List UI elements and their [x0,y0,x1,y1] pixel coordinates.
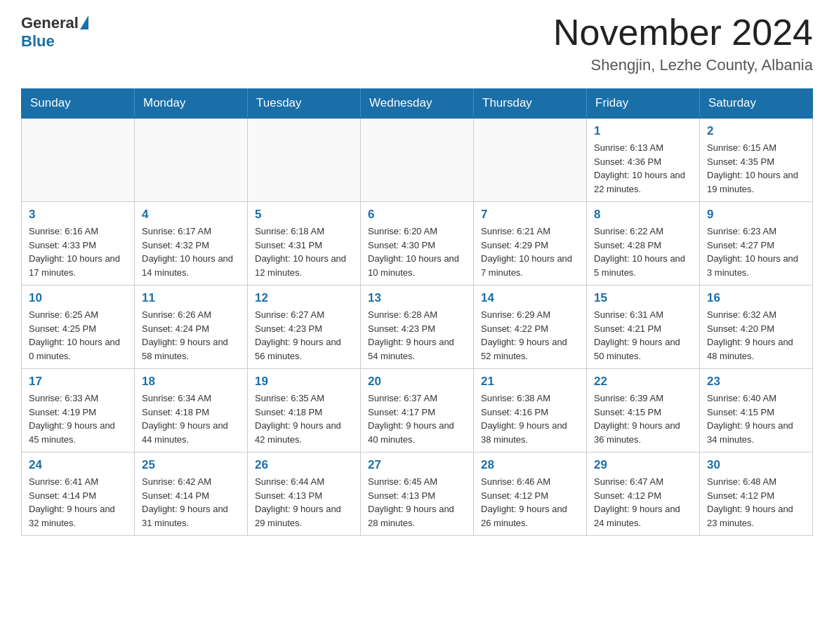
day-info: Sunrise: 6:16 AMSunset: 4:33 PMDaylight:… [29,224,127,279]
day-info: Sunrise: 6:44 AMSunset: 4:13 PMDaylight:… [255,475,353,530]
calendar-week-row: 1Sunrise: 6:13 AMSunset: 4:36 PMDaylight… [22,118,813,202]
calendar-cell: 1Sunrise: 6:13 AMSunset: 4:36 PMDaylight… [587,118,700,202]
calendar-cell [135,118,248,202]
day-of-week-header: Wednesday [361,89,474,119]
day-info: Sunrise: 6:21 AMSunset: 4:29 PMDaylight:… [481,224,579,279]
month-title: November 2024 [553,14,813,51]
calendar-cell: 4Sunrise: 6:17 AMSunset: 4:32 PMDaylight… [135,202,248,286]
day-info: Sunrise: 6:27 AMSunset: 4:23 PMDaylight:… [255,308,353,363]
day-of-week-header: Sunday [22,89,135,119]
day-info: Sunrise: 6:18 AMSunset: 4:31 PMDaylight:… [255,224,353,279]
day-number: 7 [481,208,579,222]
calendar-cell: 18Sunrise: 6:34 AMSunset: 4:18 PMDayligh… [135,369,248,452]
calendar-cell: 21Sunrise: 6:38 AMSunset: 4:16 PMDayligh… [474,369,587,452]
day-info: Sunrise: 6:17 AMSunset: 4:32 PMDaylight:… [142,224,240,279]
day-number: 25 [142,458,240,472]
day-number: 2 [707,124,805,138]
day-info: Sunrise: 6:32 AMSunset: 4:20 PMDaylight:… [707,308,805,363]
day-info: Sunrise: 6:28 AMSunset: 4:23 PMDaylight:… [368,308,466,363]
calendar-cell [474,118,587,202]
day-number: 8 [594,208,692,222]
day-info: Sunrise: 6:46 AMSunset: 4:12 PMDaylight:… [481,475,579,530]
calendar-cell: 29Sunrise: 6:47 AMSunset: 4:12 PMDayligh… [587,452,700,536]
day-number: 4 [142,208,240,222]
calendar-cell: 10Sunrise: 6:25 AMSunset: 4:25 PMDayligh… [22,286,135,369]
calendar-cell: 2Sunrise: 6:15 AMSunset: 4:35 PMDaylight… [700,118,813,202]
day-number: 1 [594,124,692,138]
calendar-cell: 3Sunrise: 6:16 AMSunset: 4:33 PMDaylight… [22,202,135,286]
logo-blue-label: Blue [21,32,55,51]
calendar-cell: 8Sunrise: 6:22 AMSunset: 4:28 PMDaylight… [587,202,700,286]
calendar-table: SundayMondayTuesdayWednesdayThursdayFrid… [21,88,813,536]
calendar-cell: 16Sunrise: 6:32 AMSunset: 4:20 PMDayligh… [700,286,813,369]
day-info: Sunrise: 6:29 AMSunset: 4:22 PMDaylight:… [481,308,579,363]
calendar-cell: 6Sunrise: 6:20 AMSunset: 4:30 PMDaylight… [361,202,474,286]
calendar-cell: 14Sunrise: 6:29 AMSunset: 4:22 PMDayligh… [474,286,587,369]
day-number: 19 [255,375,353,389]
calendar-cell: 25Sunrise: 6:42 AMSunset: 4:14 PMDayligh… [135,452,248,536]
calendar-week-row: 3Sunrise: 6:16 AMSunset: 4:33 PMDaylight… [22,202,813,286]
calendar-cell [248,118,361,202]
day-number: 29 [594,458,692,472]
calendar-cell: 22Sunrise: 6:39 AMSunset: 4:15 PMDayligh… [587,369,700,452]
calendar-cell: 5Sunrise: 6:18 AMSunset: 4:31 PMDaylight… [248,202,361,286]
calendar-cell: 23Sunrise: 6:40 AMSunset: 4:15 PMDayligh… [700,369,813,452]
day-info: Sunrise: 6:20 AMSunset: 4:30 PMDaylight:… [368,224,466,279]
logo-general-label: General [21,14,79,32]
day-number: 13 [368,291,466,305]
day-info: Sunrise: 6:23 AMSunset: 4:27 PMDaylight:… [707,224,805,279]
day-info: Sunrise: 6:48 AMSunset: 4:12 PMDaylight:… [707,475,805,530]
calendar-cell: 13Sunrise: 6:28 AMSunset: 4:23 PMDayligh… [361,286,474,369]
day-of-week-header: Friday [587,89,700,119]
day-info: Sunrise: 6:26 AMSunset: 4:24 PMDaylight:… [142,308,240,363]
day-number: 12 [255,291,353,305]
calendar-cell: 12Sunrise: 6:27 AMSunset: 4:23 PMDayligh… [248,286,361,369]
calendar-week-row: 17Sunrise: 6:33 AMSunset: 4:19 PMDayligh… [22,369,813,452]
day-info: Sunrise: 6:22 AMSunset: 4:28 PMDaylight:… [594,224,692,279]
calendar-week-row: 10Sunrise: 6:25 AMSunset: 4:25 PMDayligh… [22,286,813,369]
header: General Blue November 2024 Shengjin, Lez… [21,14,813,74]
day-info: Sunrise: 6:15 AMSunset: 4:35 PMDaylight:… [707,141,805,196]
day-number: 3 [29,208,127,222]
calendar-cell: 26Sunrise: 6:44 AMSunset: 4:13 PMDayligh… [248,452,361,536]
day-of-week-header: Thursday [474,89,587,119]
day-info: Sunrise: 6:33 AMSunset: 4:19 PMDaylight:… [29,391,127,446]
day-number: 10 [29,291,127,305]
calendar-cell: 17Sunrise: 6:33 AMSunset: 4:19 PMDayligh… [22,369,135,452]
day-number: 20 [368,375,466,389]
calendar-week-row: 24Sunrise: 6:41 AMSunset: 4:14 PMDayligh… [22,452,813,536]
calendar-cell [22,118,135,202]
day-number: 23 [707,375,805,389]
day-number: 21 [481,375,579,389]
day-number: 26 [255,458,353,472]
calendar-cell: 24Sunrise: 6:41 AMSunset: 4:14 PMDayligh… [22,452,135,536]
calendar-cell: 7Sunrise: 6:21 AMSunset: 4:29 PMDaylight… [474,202,587,286]
day-of-week-header: Monday [135,89,248,119]
day-number: 15 [594,291,692,305]
calendar-cell: 9Sunrise: 6:23 AMSunset: 4:27 PMDaylight… [700,202,813,286]
day-number: 17 [29,375,127,389]
calendar-cell: 11Sunrise: 6:26 AMSunset: 4:24 PMDayligh… [135,286,248,369]
calendar-cell: 19Sunrise: 6:35 AMSunset: 4:18 PMDayligh… [248,369,361,452]
calendar-cell: 15Sunrise: 6:31 AMSunset: 4:21 PMDayligh… [587,286,700,369]
day-info: Sunrise: 6:13 AMSunset: 4:36 PMDaylight:… [594,141,692,196]
day-info: Sunrise: 6:41 AMSunset: 4:14 PMDaylight:… [29,475,127,530]
day-info: Sunrise: 6:45 AMSunset: 4:13 PMDaylight:… [368,475,466,530]
day-info: Sunrise: 6:40 AMSunset: 4:15 PMDaylight:… [707,391,805,446]
day-info: Sunrise: 6:37 AMSunset: 4:17 PMDaylight:… [368,391,466,446]
day-number: 22 [594,375,692,389]
day-number: 11 [142,291,240,305]
title-area: November 2024 Shengjin, Lezhe County, Al… [553,14,813,74]
day-info: Sunrise: 6:25 AMSunset: 4:25 PMDaylight:… [29,308,127,363]
location-title: Shengjin, Lezhe County, Albania [553,56,813,74]
day-number: 16 [707,291,805,305]
day-number: 9 [707,208,805,222]
day-info: Sunrise: 6:39 AMSunset: 4:15 PMDaylight:… [594,391,692,446]
logo: General Blue [21,14,88,51]
calendar-cell: 28Sunrise: 6:46 AMSunset: 4:12 PMDayligh… [474,452,587,536]
day-number: 24 [29,458,127,472]
day-number: 5 [255,208,353,222]
calendar-cell: 30Sunrise: 6:48 AMSunset: 4:12 PMDayligh… [700,452,813,536]
day-info: Sunrise: 6:47 AMSunset: 4:12 PMDaylight:… [594,475,692,530]
day-number: 14 [481,291,579,305]
